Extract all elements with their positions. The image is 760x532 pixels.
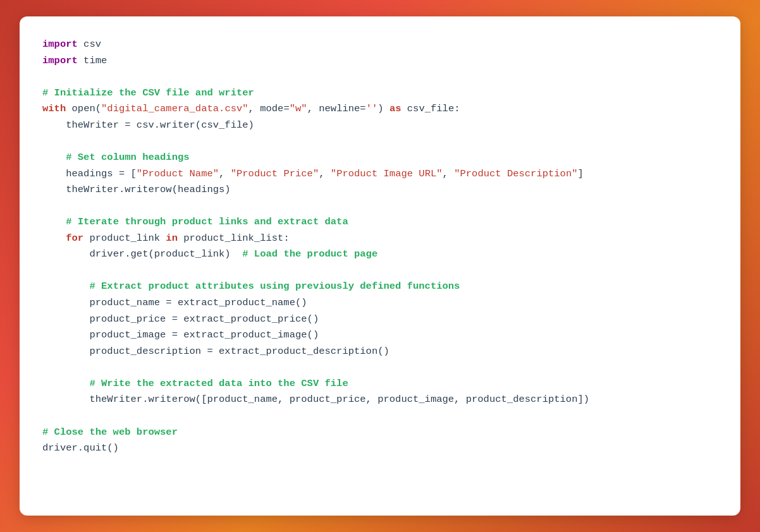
code-pre: import csv import time # Initialize the … — [42, 37, 718, 457]
code-block: import csv import time # Initialize the … — [20, 16, 740, 516]
